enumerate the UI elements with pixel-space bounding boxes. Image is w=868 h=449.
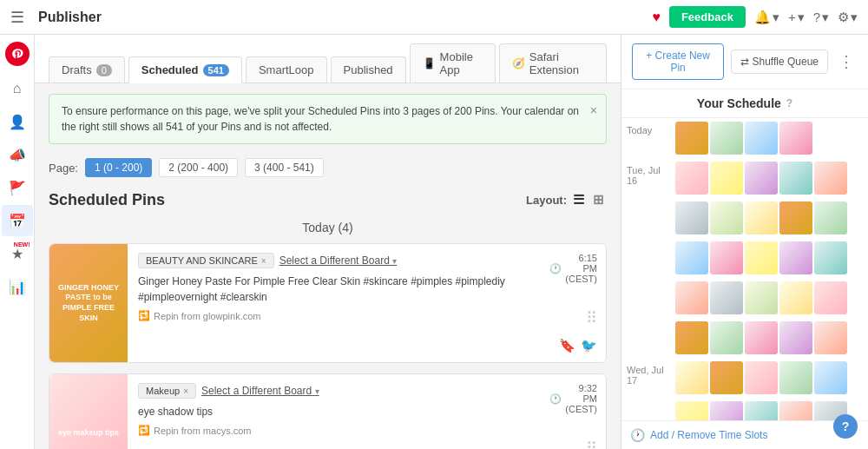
page-nav: Page: 1 (0 - 200) 2 (200 - 400) 3 (400 -… — [35, 155, 621, 186]
pin-board-row: BEAUTY AND SKINCARE × Select a Different… — [138, 253, 543, 268]
tab-smartloop[interactable]: SmartLoop — [246, 56, 327, 83]
info-banner-text: To ensure performance on this page, we'v… — [62, 105, 579, 133]
help-bubble-button[interactable]: ? — [833, 414, 858, 439]
sidebar-item-home[interactable]: ⌂ — [2, 73, 33, 104]
grid-layout-icon[interactable]: ⊞ — [590, 189, 607, 210]
schedule-day-tue-2 — [621, 198, 868, 238]
info-banner: To ensure performance on this page, we'v… — [49, 94, 607, 144]
drag-handle-icon[interactable]: ⠿ — [586, 439, 597, 449]
pin-card: eye makeup tips Makeup × Select a Differ… — [49, 373, 607, 449]
pinterest-logo-icon — [11, 48, 23, 60]
pin-board-action-label: Select a Different Board — [201, 385, 312, 397]
pin-board-name: BEAUTY AND SKINCARE — [146, 255, 258, 266]
pin-actions: 🔖 🐦 — [559, 338, 597, 353]
schedule-day-label — [627, 201, 672, 205]
schedule-day-tue-3 — [621, 238, 868, 278]
schedule-thumbs — [675, 201, 847, 234]
pin-thumb-image: eye makeup tips — [49, 374, 128, 449]
pin-board-close-icon[interactable]: × — [183, 386, 188, 396]
schedule-thumb — [710, 162, 743, 195]
pin-twitter-icon[interactable]: 🐦 — [581, 338, 597, 353]
question-button[interactable]: ? ▾ — [813, 10, 829, 25]
page-title: Publisher — [38, 10, 645, 25]
schedule-day-tue-5 — [621, 318, 868, 358]
pin-thumbnail: GINGER HONEY PASTE to be PIMPLE FREE SKI… — [49, 244, 128, 362]
schedule-thumb — [745, 361, 778, 394]
schedule-thumbs — [675, 361, 847, 394]
schedule-thumb — [745, 401, 778, 420]
schedule-thumb — [710, 401, 743, 420]
more-options-icon[interactable]: ⋮ — [835, 49, 858, 75]
schedule-thumb — [745, 162, 778, 195]
tab-scheduled[interactable]: Scheduled 541 — [128, 56, 242, 83]
schedule-thumb — [745, 321, 778, 354]
sidebar-item-people[interactable]: 👤 — [2, 106, 33, 137]
pin-board-close-icon[interactable]: × — [261, 256, 266, 266]
schedule-thumb — [710, 122, 743, 155]
schedule-day-wed: Wed, Jul 17 — [621, 358, 868, 398]
pin-board-action-label: Select a Different Board — [279, 254, 390, 267]
plus-button[interactable]: + ▾ — [788, 10, 805, 25]
schedule-thumb — [779, 201, 812, 234]
page-2-button[interactable]: 2 (200 - 400) — [159, 158, 238, 177]
schedule-thumb — [675, 321, 708, 354]
bell-button[interactable]: 🔔 ▾ — [754, 10, 779, 25]
sidebar-item-flag[interactable]: 🚩 — [2, 172, 33, 203]
section-title-row: Scheduled Pins Layout: ☰ ⊞ — [35, 186, 621, 215]
right-panel: + Create New Pin ⇄ Shuffle Queue ⋮ Your … — [621, 35, 868, 449]
sidebar: ⌂ 👤 📣 🚩 📅 ★ NEW! 📊 — [0, 35, 35, 449]
schedule-thumb — [710, 361, 743, 394]
page-1-button[interactable]: 1 (0 - 200) — [85, 158, 152, 177]
gear-button[interactable]: ⚙ ▾ — [838, 10, 858, 25]
schedule-thumb — [675, 201, 708, 234]
star-icon: ★ — [11, 246, 23, 262]
schedule-day-tue-4 — [621, 278, 868, 318]
pin-thumbnail: eye makeup tips — [49, 374, 128, 449]
sidebar-item-publisher[interactable]: 📅 — [2, 205, 33, 236]
pin-select-board-link[interactable]: Select a Different Board ▾ — [279, 254, 398, 267]
sidebar-item-new[interactable]: ★ NEW! — [2, 238, 33, 269]
tab-scheduled-label: Scheduled — [141, 63, 199, 76]
sidebar-item-analytics[interactable]: 📊 — [2, 271, 33, 302]
tab-published[interactable]: Published — [331, 56, 406, 83]
pin-board-tag[interactable]: BEAUTY AND SKINCARE × — [138, 253, 274, 268]
add-remove-time-slots-button[interactable]: 🕐 Add / Remove Time Slots — [621, 420, 868, 449]
schedule-thumb — [675, 281, 708, 314]
pin-save-icon[interactable]: 🔖 — [559, 338, 575, 353]
schedule-thumbs — [675, 122, 812, 155]
topbar: ☰ Publisher ♥ Feedback 🔔 ▾ + ▾ ? ▾ ⚙ ▾ — [0, 0, 868, 35]
tab-scheduled-badge: 541 — [203, 64, 229, 76]
schedule-day-label — [627, 281, 672, 285]
feedback-button[interactable]: Feedback — [669, 6, 746, 28]
calendar-icon: 📅 — [9, 213, 26, 229]
schedule-thumb — [779, 281, 812, 314]
repin-icon: 🔁 — [138, 425, 150, 436]
info-banner-close-button[interactable]: × — [590, 102, 597, 120]
clock-icon: 🕐 — [549, 263, 562, 274]
schedule-thumb — [710, 241, 743, 274]
add-slot-label: Add / Remove Time Slots — [650, 429, 767, 441]
schedule-help-icon[interactable]: ? — [786, 97, 792, 109]
pin-select-board-link[interactable]: Select a Different Board ▾ — [201, 385, 319, 397]
mobile-icon: 📱 — [423, 57, 436, 69]
tab-mobile[interactable]: 📱 Mobile App — [410, 43, 496, 83]
tab-drafts[interactable]: Drafts 0 — [49, 56, 125, 83]
list-layout-icon[interactable]: ☰ — [570, 189, 587, 210]
schedule-thumb — [779, 321, 812, 354]
pin-body: Makeup × Select a Different Board ▾ eye … — [128, 374, 554, 449]
shuffle-queue-button[interactable]: ⇄ Shuffle Queue — [731, 50, 828, 74]
sidebar-item-megaphone[interactable]: 📣 — [2, 139, 33, 170]
page-3-button[interactable]: 3 (400 - 541) — [245, 158, 324, 177]
create-pin-button[interactable]: + Create New Pin — [632, 43, 724, 80]
plus-icon: + — [788, 10, 796, 24]
pin-body: BEAUTY AND SKINCARE × Select a Different… — [128, 244, 554, 362]
menu-icon[interactable]: ☰ — [10, 8, 24, 27]
schedule-thumb — [675, 361, 708, 394]
pin-board-tag[interactable]: Makeup × — [138, 383, 196, 399]
tab-safari[interactable]: 🧭 Safari Extension — [499, 43, 607, 83]
repin-source: Repin from macys.com — [154, 426, 251, 436]
heart-icon[interactable]: ♥ — [652, 10, 661, 25]
schedule-day-wed-2 — [621, 398, 868, 420]
gear-icon: ⚙ — [838, 10, 849, 25]
drag-handle-icon[interactable]: ⠿ — [586, 308, 597, 327]
